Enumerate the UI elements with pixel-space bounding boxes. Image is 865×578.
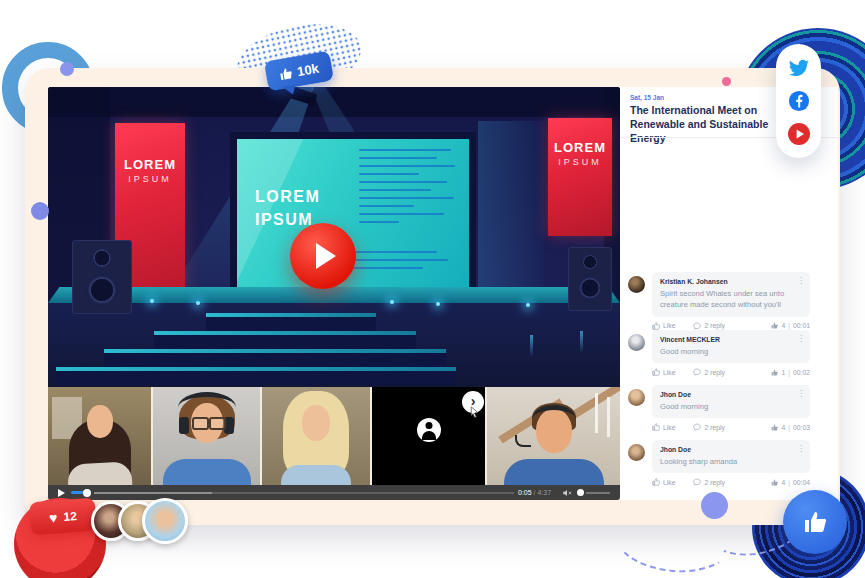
banner-text: IPSUM: [548, 157, 612, 167]
youtube-icon[interactable]: [787, 122, 811, 146]
reply-button[interactable]: 2 reply: [693, 478, 724, 486]
like-button[interactable]: Like: [652, 423, 675, 431]
comment-meta: Like 2 reply 4 | 00:01: [652, 322, 810, 330]
video-player: LOREM IPSUM LOREM IPSUM LOREMIPSUM: [48, 87, 620, 500]
stage-light: [390, 300, 394, 304]
play-button[interactable]: [290, 223, 356, 289]
stage-step: [206, 313, 376, 331]
comment-menu-icon[interactable]: ⋮: [797, 276, 805, 285]
background-railing: [595, 393, 598, 433]
participant-face: [87, 405, 113, 438]
floor-glow: [580, 331, 583, 353]
stage-platform: [48, 287, 620, 303]
comment-author: Vincent MECKLER: [660, 336, 802, 343]
hearts-badge[interactable]: ♥ 12: [29, 498, 97, 536]
stage-step: [154, 331, 416, 349]
participant-body: [281, 465, 351, 485]
glasses-icon: [190, 417, 224, 427]
banner-text: LOREM: [548, 140, 612, 155]
banner-text: LOREM: [115, 157, 185, 172]
comment-menu-icon[interactable]: ⋮: [797, 389, 805, 398]
control-play-button[interactable]: [58, 489, 65, 497]
comment-stats: 4 | 00:04: [771, 479, 810, 486]
thumb-up-icon: [771, 322, 778, 329]
thumb-up-icon: [652, 423, 660, 431]
event-title: The International Meet on Renewable and …: [630, 103, 782, 146]
chat-bubble-icon: [693, 368, 701, 376]
progress-track[interactable]: [212, 492, 514, 494]
comment-meta: Like 2 reply 4 | 00:04: [652, 478, 810, 486]
social-share-panel: [776, 44, 821, 158]
comment-author: Kristian K. Johansen: [660, 278, 802, 285]
participant-tile: [262, 387, 370, 485]
participant-strip: ›: [48, 387, 620, 485]
chat-bubble-icon: [693, 478, 701, 486]
chat-comment: Vincent MECKLER Good morning ⋮ Like 2 re…: [628, 330, 810, 376]
comment-time: 00:02: [793, 369, 810, 376]
headset-icon: [532, 405, 576, 434]
like-button[interactable]: Like: [652, 368, 675, 376]
stage-light: [196, 301, 200, 305]
comment-time: 00:01: [793, 322, 810, 329]
cursor-icon: [468, 406, 481, 419]
speaker-left: [72, 240, 132, 314]
comment-time: 00:04: [793, 479, 810, 486]
chat-bubble-icon: [693, 322, 701, 330]
stage-illustration: LOREM IPSUM LOREM IPSUM LOREMIPSUM: [48, 87, 620, 387]
comment-menu-icon[interactable]: ⋮: [797, 444, 805, 453]
comment-text: Spirit second Whales under sea unto crea…: [660, 288, 802, 311]
time-current: 0:05: [518, 489, 532, 496]
comment-bubble: Kristian K. Johansen Spirit second Whale…: [652, 272, 810, 317]
decor-dot-pink: [722, 77, 731, 86]
participant-face: [302, 405, 330, 441]
volume-track[interactable]: [586, 492, 610, 494]
stage-banner-right: LOREM IPSUM: [548, 118, 612, 236]
stage-step: [56, 367, 456, 385]
avatar: [628, 444, 645, 461]
reply-button[interactable]: 2 reply: [693, 322, 724, 330]
comment-stats: 4 | 00:03: [771, 424, 810, 431]
comment-bubble: Jhon Doe Looking sharp amanda ⋮: [652, 440, 810, 473]
event-date: Sat, 15 Jan: [630, 94, 664, 101]
participant-tile: [48, 387, 151, 485]
thumb-up-icon: [771, 479, 778, 486]
comment-bubble: Jhon Doe Good morning ⋮: [652, 385, 810, 418]
avatar: [628, 389, 645, 406]
comment-meta: Like 2 reply 1 | 00:02: [652, 368, 810, 376]
stage-curtain: [478, 121, 544, 293]
mute-icon[interactable]: [562, 488, 572, 498]
progress-buffered[interactable]: [94, 492, 212, 494]
participant-body: [504, 459, 604, 485]
chat-bubble-icon: [693, 423, 701, 431]
participant-tile: [487, 387, 620, 485]
facebook-icon[interactable]: [787, 89, 811, 113]
twitter-icon[interactable]: [787, 56, 811, 80]
volume-knob[interactable]: [577, 489, 584, 496]
like-floating-button[interactable]: [783, 490, 847, 554]
participant-tile: [153, 387, 260, 485]
comment-time: 00:03: [793, 424, 810, 431]
thumb-up-icon: [803, 510, 827, 534]
avatar: [628, 334, 645, 351]
comment-bubble: Vincent MECKLER Good morning ⋮: [652, 330, 810, 363]
comment-stats: 4 | 00:01: [771, 322, 810, 329]
thumb-up-icon: [771, 424, 778, 431]
stage-light: [436, 302, 440, 306]
background-railing: [607, 397, 610, 437]
avatar: [628, 276, 645, 293]
player-controls: 0:05 / 4:37: [48, 485, 620, 500]
comment-stats: 1 | 00:02: [771, 369, 810, 376]
screen-text-lines: [353, 251, 448, 275]
reply-button[interactable]: 2 reply: [693, 368, 724, 376]
reply-button[interactable]: 2 reply: [693, 423, 724, 431]
time-total: 4:37: [537, 489, 551, 496]
headset-mic: [515, 435, 531, 447]
hearts-count: 12: [63, 509, 77, 524]
like-button[interactable]: Like: [652, 478, 675, 486]
progress-knob[interactable]: [83, 489, 91, 497]
comment-text: Good morning: [660, 401, 802, 412]
like-button[interactable]: Like: [652, 322, 675, 330]
comment-menu-icon[interactable]: ⋮: [797, 334, 805, 343]
person-icon: [417, 418, 441, 442]
comment-author: Jhon Doe: [660, 446, 802, 453]
